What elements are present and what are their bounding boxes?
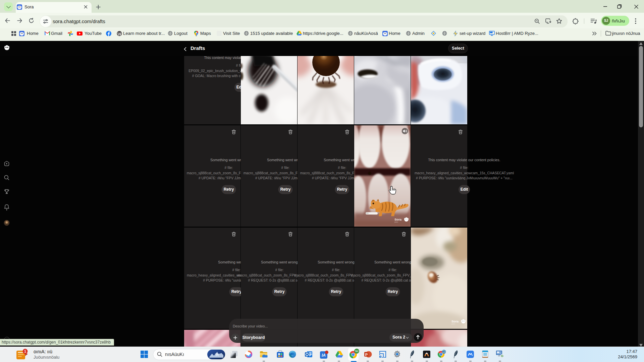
svg-text:IA: IA <box>322 353 326 358</box>
svg-text:1: 1 <box>24 350 26 353</box>
svg-text:P: P <box>365 353 368 357</box>
